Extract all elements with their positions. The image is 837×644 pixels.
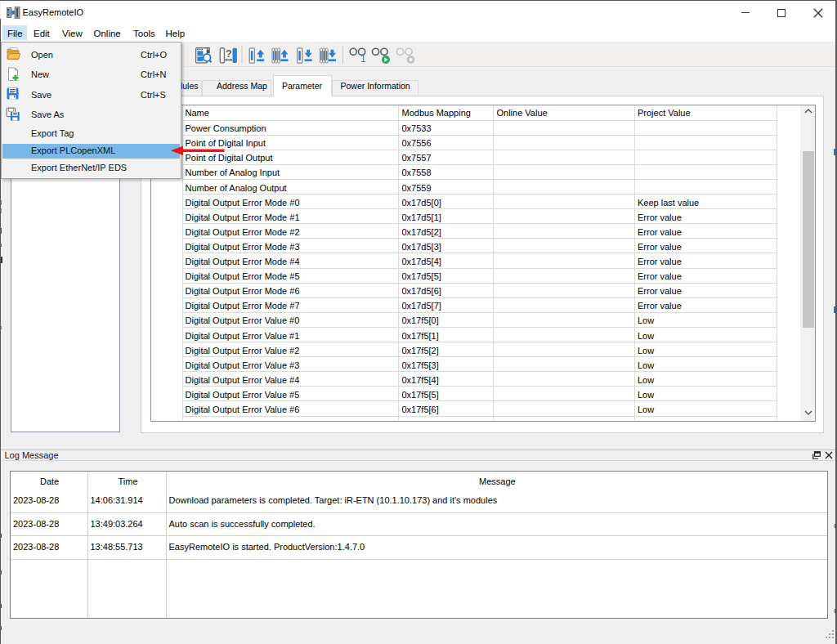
svg-text:1: 1 <box>360 53 366 65</box>
svg-text:?: ? <box>226 48 232 60</box>
